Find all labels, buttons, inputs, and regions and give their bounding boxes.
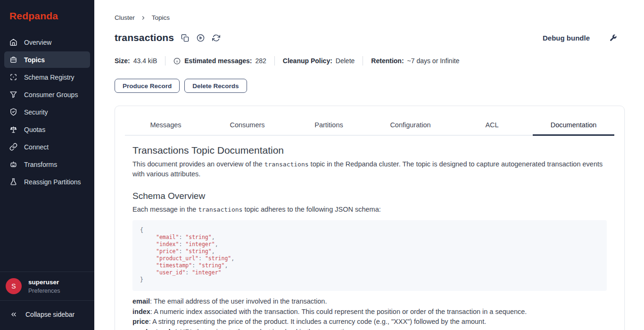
tab-documentation[interactable]: Documentation: [533, 116, 614, 135]
sidebar-spacer: [0, 190, 94, 272]
debug-bundle-link[interactable]: Debug bundle: [543, 34, 590, 42]
user-preferences-link[interactable]: Preferences: [28, 288, 60, 294]
code-open-brace: {: [140, 227, 599, 234]
collapse-sidebar-label: Collapse sidebar: [25, 311, 74, 318]
sidebar-item-security[interactable]: Security: [4, 104, 90, 120]
page-title: transactions: [115, 32, 174, 43]
user-name: superuser: [28, 279, 60, 286]
flask-icon: [9, 178, 17, 186]
sidebar-item-reassign-partitions[interactable]: Reassign Partitions: [4, 173, 90, 190]
sidebar-item-consumer-groups[interactable]: Consumer Groups: [4, 86, 90, 103]
inline-code: transactions: [264, 161, 309, 168]
stat-size: Size: 43.4 kiB: [115, 57, 157, 65]
sidebar-item-quotas[interactable]: Quotas: [4, 121, 90, 138]
funnel-icon: [9, 91, 17, 99]
stat-messages-label: Estimated messages:: [184, 57, 252, 65]
tab-acl[interactable]: ACL: [451, 116, 533, 135]
field-row: email: The email address of the user inv…: [132, 297, 607, 307]
chevron-right-icon: [140, 15, 146, 21]
tab-partitions[interactable]: Partitions: [288, 116, 370, 135]
wrench-icon[interactable]: [609, 34, 617, 42]
stat-estimated-messages: Estimated messages: 282: [173, 57, 266, 65]
code-close-brace: }: [140, 276, 599, 283]
sidebar-item-overview[interactable]: Overview: [4, 34, 90, 50]
topics-icon: [9, 56, 17, 64]
doc-intro: This document provides an overview of th…: [132, 159, 607, 179]
breadcrumb: Cluster Topics: [115, 0, 625, 21]
field-descriptions: email: The email address of the user inv…: [132, 297, 607, 330]
sidebar-item-label: Overview: [24, 39, 51, 46]
scales-icon: [9, 125, 17, 133]
stat-cleanup-value: Delete: [336, 57, 355, 65]
schema-registry-icon: [9, 73, 17, 81]
stat-retention-value: ~7 days or Infinite: [407, 57, 460, 65]
code-line: "price": "string",: [140, 248, 599, 255]
sidebar-nav: Overview Topics Schema Registry Consumer…: [0, 34, 94, 190]
field-row: price: A string representing the price o…: [132, 317, 607, 327]
doc-title: Transactions Topic Documentation: [132, 145, 607, 156]
code-line: "index": "integer",: [140, 241, 599, 248]
topic-actions: Produce Record Delete Records: [115, 79, 625, 93]
divider: [165, 56, 165, 66]
user-info: superuser Preferences: [28, 279, 60, 294]
schema-intro: Each message in the transactions topic a…: [132, 205, 607, 214]
topic-card: Messages Consumers Partitions Configurat…: [115, 106, 625, 330]
documentation-content: Transactions Topic Documentation This do…: [115, 136, 624, 330]
sidebar-item-label: Connect: [24, 143, 49, 151]
sidebar-item-label: Transforms: [24, 161, 57, 168]
topic-stats: Size: 43.4 kiB Estimated messages: 282 C…: [115, 56, 625, 66]
tab-consumers[interactable]: Consumers: [206, 116, 288, 135]
schema-intro-text: topic adheres to the following JSON sche…: [242, 206, 380, 213]
play-circle-icon[interactable]: [197, 34, 205, 42]
info-icon[interactable]: [173, 58, 181, 65]
stat-retention-label: Retention:: [371, 57, 404, 65]
tab-messages[interactable]: Messages: [125, 116, 206, 135]
schema-overview-heading: Schema Overview: [132, 191, 607, 201]
code-line: "product_url": "string",: [140, 255, 599, 262]
divider: [363, 56, 363, 66]
stat-retention: Retention: ~7 days or Infinite: [371, 57, 459, 65]
code-line: "timestamp": "string",: [140, 262, 599, 269]
json-schema-codeblock: { "email": "string", "index": "integer",…: [132, 220, 607, 291]
copy-icon[interactable]: [181, 34, 189, 42]
delete-records-button[interactable]: Delete Records: [184, 79, 247, 93]
sidebar-item-topics[interactable]: Topics: [4, 51, 90, 68]
produce-record-button[interactable]: Produce Record: [115, 79, 180, 93]
stat-size-label: Size:: [115, 57, 130, 65]
avatar: S: [6, 278, 22, 294]
sidebar-item-transforms[interactable]: Transforms: [4, 156, 90, 173]
main-area: Cluster Topics transactions Debug bundle: [94, 0, 644, 330]
collapse-sidebar-button[interactable]: Collapse sidebar: [0, 301, 94, 330]
redpanda-logo[interactable]: Redpanda: [0, 0, 94, 34]
field-row: index: A numeric index associated with t…: [132, 307, 607, 317]
schema-intro-text: Each message in the: [132, 206, 198, 213]
sidebar-item-label: Quotas: [24, 126, 45, 133]
double-chevron-left-icon: [10, 311, 17, 318]
code-line: "user_id": "integer": [140, 269, 599, 276]
field-row: product_url: A URL that points to the pr…: [132, 327, 607, 330]
sidebar: Redpanda Overview Topics Schema Registry…: [0, 0, 94, 330]
sidebar-item-label: Security: [24, 108, 48, 116]
title-actions: [181, 34, 220, 42]
sidebar-item-label: Consumer Groups: [24, 91, 78, 99]
refresh-icon[interactable]: [212, 34, 220, 42]
divider: [274, 56, 275, 66]
topic-tabs: Messages Consumers Partitions Configurat…: [125, 116, 614, 136]
stat-cleanup-policy: Cleanup Policy: Delete: [283, 57, 355, 65]
title-row: transactions Debug bundle: [115, 32, 625, 43]
sidebar-item-label: Reassign Partitions: [24, 178, 81, 186]
user-menu[interactable]: S superuser Preferences: [0, 272, 94, 301]
breadcrumb-topics[interactable]: Topics: [152, 14, 170, 21]
home-icon: [9, 38, 17, 46]
breadcrumb-cluster[interactable]: Cluster: [115, 14, 135, 21]
stat-size-value: 43.4 kiB: [133, 57, 157, 65]
sidebar-item-schema-registry[interactable]: Schema Registry: [4, 69, 90, 85]
code-line: "email": "string",: [140, 234, 599, 241]
sidebar-item-connect[interactable]: Connect: [4, 139, 90, 155]
tab-configuration[interactable]: Configuration: [370, 116, 451, 135]
stat-messages-value: 282: [255, 57, 266, 65]
link-icon: [9, 143, 17, 151]
shield-check-icon: [9, 108, 17, 116]
inline-code: transactions: [198, 206, 242, 213]
stat-cleanup-label: Cleanup Policy:: [283, 57, 332, 65]
